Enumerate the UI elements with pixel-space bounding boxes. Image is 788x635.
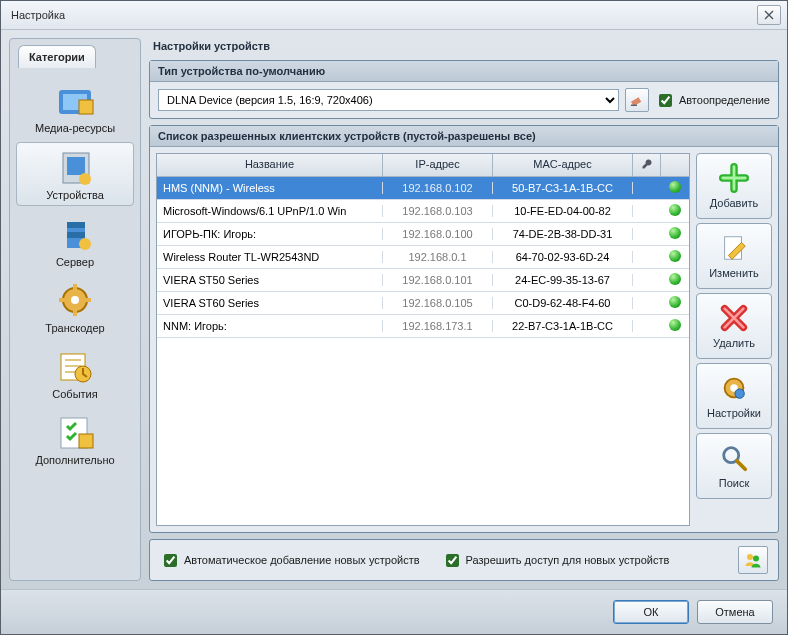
svg-point-27	[753, 556, 759, 562]
ok-button[interactable]: ОК	[613, 600, 689, 624]
svg-point-24	[735, 389, 744, 398]
autodetect-input[interactable]	[659, 94, 672, 107]
svg-point-9	[79, 238, 91, 250]
table-row[interactable]: Wireless Router TL-WR2543ND192.168.0.164…	[157, 246, 689, 269]
category-icon	[51, 412, 99, 452]
cell-ip: 192.168.0.1	[383, 251, 493, 263]
sidebar-item-1[interactable]: Устройства	[16, 142, 134, 206]
svg-point-5	[79, 173, 91, 185]
table-row[interactable]: NNM: Игорь:192.168.173.122-B7-C3-1A-1B-C…	[157, 315, 689, 338]
page-heading: Настройки устройств	[149, 38, 779, 54]
devices-panel: Список разрешенных клиентских устройств …	[149, 125, 779, 533]
col-ip[interactable]: IP-адрес	[383, 154, 493, 176]
status-dot-icon	[669, 319, 681, 331]
category-icon	[51, 80, 99, 120]
cell-mac: 64-70-02-93-6D-24	[493, 251, 633, 263]
sidebar-item-label: События	[17, 388, 133, 400]
status-dot-icon	[669, 273, 681, 285]
options-panel: Автоматическое добавление новых устройст…	[149, 539, 779, 581]
cancel-button[interactable]: Отмена	[697, 600, 773, 624]
cell-name: NNM: Игорь:	[157, 320, 383, 332]
cell-mac: C0-D9-62-48-F4-60	[493, 297, 633, 309]
status-dot-icon	[669, 227, 681, 239]
cell-status	[661, 181, 689, 195]
table-row[interactable]: ИГОРЬ-ПК: Игорь:192.168.0.10074-DE-2B-38…	[157, 223, 689, 246]
close-button[interactable]	[757, 5, 781, 25]
cell-status	[661, 204, 689, 218]
cell-status	[661, 296, 689, 310]
cell-ip: 192.168.173.1	[383, 320, 493, 332]
svg-point-11	[71, 296, 79, 304]
sidebar-item-4[interactable]: События	[17, 342, 133, 404]
auto-add-checkbox[interactable]: Автоматическое добавление новых устройст…	[160, 551, 420, 570]
users-button[interactable]	[738, 546, 768, 574]
search-button[interactable]: Поиск	[696, 433, 772, 499]
category-icon	[51, 280, 99, 320]
close-icon	[764, 10, 774, 20]
cell-name: ИГОРЬ-ПК: Игорь:	[157, 228, 383, 240]
svg-rect-15	[85, 298, 91, 302]
allow-new-input[interactable]	[446, 554, 459, 567]
main-area: Настройки устройств Тип устройства по-ум…	[149, 38, 779, 581]
cell-status	[661, 250, 689, 264]
actions-column: Добавить Изменить Удалить Настройки	[696, 153, 772, 526]
plus-icon	[719, 163, 749, 193]
cell-status	[661, 319, 689, 333]
devices-table: Название IP-адрес MAC-адрес HMS (NNM) - …	[156, 153, 690, 526]
status-dot-icon	[669, 250, 681, 262]
sidebar-item-label: Медиа-ресурсы	[17, 122, 133, 134]
sidebar-item-0[interactable]: Медиа-ресурсы	[17, 76, 133, 138]
wrench-icon	[641, 158, 653, 170]
users-icon	[744, 551, 762, 569]
cell-name: VIERA ST50 Series	[157, 274, 383, 286]
cell-mac: 74-DE-2B-38-DD-31	[493, 228, 633, 240]
window-title: Настройка	[11, 9, 65, 21]
autodetect-checkbox[interactable]: Автоопределение	[655, 91, 770, 110]
svg-rect-14	[59, 298, 65, 302]
default-device-panel: Тип устройства по-умолчанию DLNA Device …	[149, 60, 779, 119]
auto-add-input[interactable]	[164, 554, 177, 567]
category-list: Медиа-ресурсыУстройстваСерверТранскодерС…	[14, 68, 136, 572]
cell-status	[661, 273, 689, 287]
clear-device-button[interactable]	[625, 88, 649, 112]
sidebar-item-5[interactable]: Дополнительно	[17, 408, 133, 470]
devices-title: Список разрешенных клиентских устройств …	[150, 126, 778, 147]
cell-status	[661, 227, 689, 241]
table-row[interactable]: HMS (NNM) - Wireless192.168.0.10250-B7-C…	[157, 177, 689, 200]
table-row[interactable]: VIERA ST60 Series192.168.0.105C0-D9-62-4…	[157, 292, 689, 315]
cell-name: HMS (NNM) - Wireless	[157, 182, 383, 194]
category-icon	[51, 346, 99, 386]
search-icon	[719, 443, 749, 473]
default-device-title: Тип устройства по-умолчанию	[150, 61, 778, 82]
table-row[interactable]: Microsoft-Windows/6.1 UPnP/1.0 Win192.16…	[157, 200, 689, 223]
cell-mac: 24-EC-99-35-13-67	[493, 274, 633, 286]
allow-new-checkbox[interactable]: Разрешить доступ для новых устройств	[442, 551, 670, 570]
category-icon	[51, 147, 99, 187]
pencil-icon	[719, 233, 749, 263]
col-mac[interactable]: MAC-адрес	[493, 154, 633, 176]
delete-button[interactable]: Удалить	[696, 293, 772, 359]
col-name[interactable]: Название	[157, 154, 383, 176]
svg-rect-13	[73, 310, 77, 316]
settings-window: Настройка Категории Медиа-ресурсыУстройс…	[0, 0, 788, 635]
categories-tab[interactable]: Категории	[18, 45, 96, 68]
status-dot-icon	[669, 296, 681, 308]
edit-button[interactable]: Изменить	[696, 223, 772, 289]
cell-ip: 192.168.0.101	[383, 274, 493, 286]
status-dot-icon	[669, 204, 681, 216]
gear-icon	[719, 373, 749, 403]
titlebar: Настройка	[1, 1, 787, 30]
cell-name: VIERA ST60 Series	[157, 297, 383, 309]
cell-ip: 192.168.0.100	[383, 228, 493, 240]
add-button[interactable]: Добавить	[696, 153, 772, 219]
sidebar-item-2[interactable]: Сервер	[17, 210, 133, 272]
col-tools[interactable]	[633, 154, 661, 176]
sidebar-item-3[interactable]: Транскодер	[17, 276, 133, 338]
default-device-select[interactable]: DLNA Device (версия 1.5, 16:9, 720x406)	[158, 89, 619, 111]
table-row[interactable]: VIERA ST50 Series192.168.0.10124-EC-99-3…	[157, 269, 689, 292]
cell-ip: 192.168.0.102	[383, 182, 493, 194]
status-dot-icon	[669, 181, 681, 193]
settings-button[interactable]: Настройки	[696, 363, 772, 429]
cell-ip: 192.168.0.103	[383, 205, 493, 217]
col-status[interactable]	[661, 154, 689, 176]
